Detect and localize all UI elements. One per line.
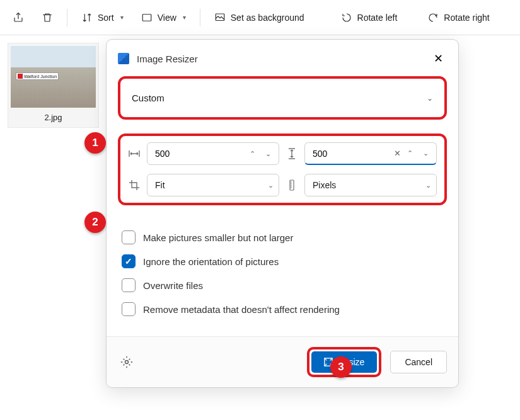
rail-logo-icon [18,74,23,79]
ruler-icon [286,179,298,191]
checkbox-smaller-only[interactable] [122,230,136,244]
fit-mode-label: Fit [155,180,268,190]
thumbnail-sign: Watford Junction [16,72,59,80]
cancel-button[interactable]: Cancel [390,351,447,373]
rotate-right-button[interactable]: Rotate right [420,7,497,28]
delete-button[interactable] [34,7,61,28]
option-label: Ignore the orientation of pictures [143,256,279,267]
sort-icon [81,12,93,23]
settings-button[interactable] [118,353,136,371]
explorer-toolbar: Sort ▾ View ▾ Set as background Rotate l… [0,0,520,35]
unit-select[interactable]: Pixels ⌄ [304,174,437,196]
rotate-left-button[interactable]: Rotate left [333,7,405,28]
width-down-icon[interactable]: ⌄ [263,149,274,159]
chevron-down-icon: ⌄ [268,181,274,190]
chevron-down-icon: ▾ [120,14,124,21]
view-icon [141,12,153,23]
set-background-button[interactable]: Set as background [207,7,312,28]
fit-mode-select[interactable]: Fit ⌄ [147,174,279,196]
height-input[interactable]: ✕ ⌃ ⌄ [304,142,437,165]
width-field[interactable] [155,149,247,159]
option-ignore-orientation[interactable]: Ignore the orientation of pictures [122,249,443,273]
svg-rect-2 [290,180,294,190]
thumbnail-sign-text: Watford Junction [24,74,57,79]
annotation-badge-2: 2 [84,212,106,233]
file-thumbnail[interactable]: Watford Junction 2.jpg [8,43,99,128]
option-smaller-only[interactable]: Make pictures smaller but not larger [122,225,443,249]
view-label: View [158,13,176,23]
view-button[interactable]: View ▾ [134,7,194,28]
thumbnail-column: Watford Junction 2.jpg [0,43,104,128]
option-overwrite[interactable]: Overwrite files [122,273,443,297]
sort-button[interactable]: Sort ▾ [74,7,131,28]
height-field[interactable] [313,149,390,159]
set-background-label: Set as background [231,13,304,23]
chevron-down-icon: ⌄ [425,181,431,190]
chevron-down-icon: ⌄ [427,94,433,103]
svg-rect-0 [142,14,151,21]
rotate-right-icon [427,12,439,23]
trash-icon [42,12,53,23]
height-icon [286,147,298,160]
unit-label: Pixels [313,180,425,190]
share-icon [13,12,24,23]
option-label: Overwrite files [143,280,203,291]
width-up-icon[interactable]: ⌃ [247,149,258,159]
height-up-icon[interactable]: ⌃ [405,148,415,159]
fit-row: Fit ⌄ Pixels ⌄ [128,174,437,196]
dialog-title: Image Resizer [137,54,422,64]
dialog-body: Custom ⌄ ⌃ ⌄ [107,76,458,336]
clear-icon[interactable]: ✕ [390,149,405,158]
toolbar-divider [200,9,200,26]
sort-label: Sort [98,13,114,23]
thumbnail-filename: 2.jpg [11,108,96,125]
background-icon [214,12,226,23]
width-icon [128,147,141,160]
image-resizer-dialog: Image Resizer ✕ Custom ⌄ ⌃ ⌄ [106,39,459,388]
cancel-button-label: Cancel [405,357,432,367]
annotation-badge-1: 1 [84,132,106,154]
toolbar-divider [67,9,67,26]
svg-point-3 [125,361,129,364]
preset-selector[interactable]: Custom ⌄ [118,76,447,120]
height-down-icon[interactable]: ⌄ [420,148,431,159]
option-label: Make pictures smaller but not larger [143,232,293,243]
chevron-down-icon: ▾ [183,14,186,21]
option-label: Remove metadata that doesn't affect rend… [143,304,340,315]
gear-icon [120,356,133,368]
annotation-badge-3: 3 [330,356,352,378]
crop-icon [128,179,141,191]
checkbox-overwrite[interactable] [122,278,136,292]
dialog-footer: Resize Cancel [107,336,458,387]
checkbox-remove-metadata[interactable] [122,302,136,316]
size-row: ⌃ ⌄ ✕ ⌃ ⌄ [128,142,437,165]
image-resizer-logo-icon [118,53,129,64]
options-list: Make pictures smaller but not larger Ign… [118,223,447,326]
checkbox-ignore-orientation[interactable] [122,254,136,268]
share-button[interactable] [5,7,32,28]
preset-label: Custom [132,93,165,103]
width-input[interactable]: ⌃ ⌄ [147,142,279,165]
close-icon: ✕ [434,52,443,65]
rotate-right-label: Rotate right [444,13,489,23]
rotate-left-icon [341,12,352,23]
option-remove-metadata[interactable]: Remove metadata that doesn't affect rend… [122,297,443,321]
close-button[interactable]: ✕ [429,50,447,67]
thumbnail-image: Watford Junction [11,46,96,108]
rotate-left-label: Rotate left [357,13,398,23]
dimensions-panel: ⌃ ⌄ ✕ ⌃ ⌄ [118,133,447,205]
dialog-header: Image Resizer ✕ [107,40,458,76]
